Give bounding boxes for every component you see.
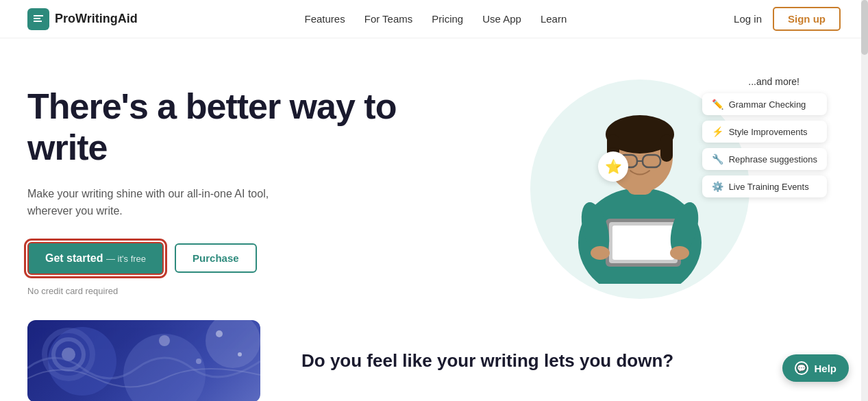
hero-subtitle: Make your writing shine with our all-in-…	[27, 185, 315, 220]
nav-item-pricing[interactable]: Pricing	[432, 13, 463, 25]
no-credit-card-label: No credit card required	[27, 286, 411, 296]
bottom-image	[27, 320, 260, 401]
svg-point-15	[670, 246, 689, 260]
bottom-title: Do you feel like your writing lets you d…	[301, 350, 841, 373]
svg-point-14	[591, 246, 610, 260]
logo-icon	[27, 8, 49, 30]
grammar-icon: ✏️	[712, 99, 723, 110]
hero-right: ⭐ ...and more! ✏️ Grammar Checking ⚡ Sty…	[438, 73, 841, 292]
scrollbar-thumb[interactable]	[861, 0, 868, 55]
and-more-label: ...and more!	[748, 76, 799, 87]
training-icon: ⚙️	[712, 181, 723, 192]
svg-point-20	[216, 330, 223, 337]
svg-point-22	[196, 359, 201, 364]
svg-rect-5	[660, 134, 673, 162]
badge-grammar: ✏️ Grammar Checking	[702, 93, 827, 115]
bottom-section: Do you feel like your writing lets you d…	[0, 317, 868, 401]
svg-point-21	[238, 352, 242, 356]
svg-rect-11	[612, 226, 674, 260]
help-label: Help	[814, 363, 836, 374]
bottom-text: Do you feel like your writing lets you d…	[301, 350, 841, 373]
purchase-button[interactable]: Purchase	[175, 243, 257, 273]
feature-badges-container: ✏️ Grammar Checking ⚡ Style Improvements…	[702, 93, 827, 197]
navigation: ProWritingAid Features For Teams Pricing…	[0, 0, 868, 38]
badge-style-label: Style Improvements	[729, 127, 808, 137]
scrollbar-track[interactable]	[861, 0, 868, 401]
hero-left: There's a better way to write Make your …	[27, 73, 411, 296]
nav-item-use-app[interactable]: Use App	[482, 13, 521, 25]
logo-text: ProWritingAid	[55, 12, 138, 26]
nav-right: Log in Sign up	[734, 7, 841, 31]
signup-button[interactable]: Sign up	[773, 7, 841, 31]
hero-section: There's a better way to write Make your …	[0, 38, 868, 317]
rephrase-icon: 🔧	[712, 154, 723, 165]
star-badge: ⭐	[598, 151, 628, 182]
badge-training: ⚙️ Live Training Events	[702, 175, 827, 197]
nav-item-features[interactable]: Features	[305, 13, 345, 25]
svg-point-19	[159, 335, 170, 346]
help-button[interactable]: 💬 Help	[782, 354, 849, 382]
nav-item-learn[interactable]: Learn	[541, 13, 567, 25]
starry-night-svg	[27, 320, 260, 401]
nav-links: Features For Teams Pricing Use App Learn	[305, 13, 567, 25]
nav-item-for-teams[interactable]: For Teams	[364, 13, 413, 25]
logo-link[interactable]: ProWritingAid	[27, 8, 138, 30]
badge-grammar-label: Grammar Checking	[729, 99, 806, 110]
chat-icon: 💬	[795, 361, 808, 375]
badge-rephrase: 🔧 Rephrase suggestions	[702, 148, 827, 170]
hero-title: There's a better way to write	[27, 86, 411, 169]
badge-rephrase-label: Rephrase suggestions	[729, 154, 817, 165]
badge-training-label: Live Training Events	[729, 182, 809, 192]
get-started-button[interactable]: Get started — it's free	[27, 242, 164, 275]
style-icon: ⚡	[712, 126, 723, 137]
login-link[interactable]: Log in	[734, 13, 762, 25]
badge-style: ⚡ Style Improvements	[702, 121, 827, 143]
hero-buttons: Get started — it's free Purchase	[27, 242, 411, 275]
